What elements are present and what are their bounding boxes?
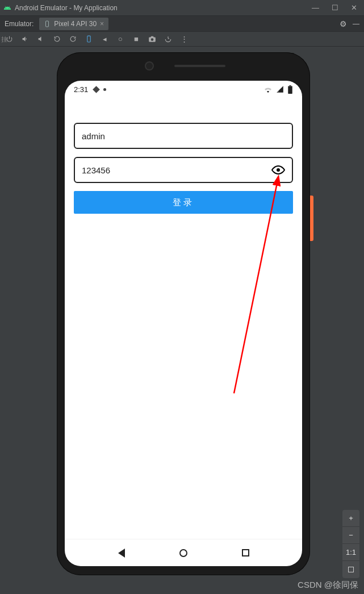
more-icon[interactable]: ⋮ bbox=[179, 35, 189, 44]
emulator-label: Emulator: bbox=[5, 20, 34, 28]
status-app-icon bbox=[93, 86, 100, 93]
watermark: CSDN @徐同保 bbox=[298, 580, 358, 591]
minimize-button[interactable]: — bbox=[312, 3, 319, 12]
control-toolbar: ◂ ○ ■ ⋮ bbox=[0, 32, 364, 47]
nav-home-icon[interactable] bbox=[178, 548, 189, 558]
zoom-actual-icon[interactable] bbox=[342, 561, 359, 578]
emulator-tab[interactable]: Pixel 4 API 30 × bbox=[39, 18, 108, 30]
zoom-fit-button[interactable]: 1:1 bbox=[342, 544, 359, 561]
device-frame: 2:31 × bbox=[57, 52, 310, 575]
signal-icon: × bbox=[276, 86, 284, 93]
zoom-out-button[interactable]: − bbox=[342, 527, 359, 544]
login-button[interactable]: 登录 bbox=[74, 191, 293, 214]
battery-icon bbox=[287, 85, 293, 94]
device-frame-icon[interactable] bbox=[84, 35, 93, 44]
close-button[interactable]: ✕ bbox=[351, 3, 357, 12]
nav-back-icon[interactable] bbox=[116, 548, 127, 558]
overview-icon[interactable]: ■ bbox=[132, 35, 141, 44]
window-title: Android Emulator - My Application bbox=[15, 4, 312, 12]
android-logo-icon bbox=[3, 4, 11, 12]
login-form: 登录 bbox=[65, 98, 302, 214]
emulator-tab-label: Pixel 4 API 30 bbox=[54, 20, 97, 28]
home-icon[interactable]: ○ bbox=[116, 35, 125, 44]
eye-icon[interactable] bbox=[271, 163, 285, 177]
volume-down-icon[interactable] bbox=[36, 35, 45, 44]
wifi-icon bbox=[263, 86, 273, 93]
status-dot-icon bbox=[103, 88, 106, 91]
username-field[interactable] bbox=[74, 123, 293, 149]
titlebar: Android Emulator - My Application — ☐ ✕ bbox=[0, 0, 364, 16]
close-tab-icon[interactable]: × bbox=[100, 20, 104, 28]
svg-rect-0 bbox=[46, 21, 49, 27]
nav-bar bbox=[65, 539, 302, 566]
zoom-in-button[interactable]: + bbox=[342, 510, 359, 527]
volume-up-icon[interactable] bbox=[20, 35, 30, 44]
svg-rect-1 bbox=[87, 36, 90, 42]
left-edge-label: 挂 bbox=[1, 35, 7, 44]
power-button-edge bbox=[310, 196, 313, 241]
emulator-toolbar: Emulator: Pixel 4 API 30 × ⚙ — bbox=[0, 16, 364, 32]
gear-icon[interactable]: ⚙ bbox=[340, 19, 347, 28]
rotate-left-icon[interactable] bbox=[52, 35, 61, 44]
device-icon bbox=[44, 20, 51, 27]
svg-point-5 bbox=[277, 168, 280, 172]
svg-text:×: × bbox=[277, 89, 279, 93]
rotate-right-icon[interactable] bbox=[68, 35, 77, 44]
maximize-button[interactable]: ☐ bbox=[332, 3, 338, 12]
status-bar: 2:31 × bbox=[65, 81, 302, 98]
screenshot-icon[interactable] bbox=[148, 35, 157, 44]
svg-rect-4 bbox=[290, 85, 291, 86]
status-time: 2:31 bbox=[74, 85, 88, 94]
svg-rect-8 bbox=[349, 567, 354, 572]
nav-recent-icon[interactable] bbox=[240, 548, 250, 558]
password-field[interactable] bbox=[74, 157, 293, 183]
password-input[interactable] bbox=[82, 165, 271, 175]
emulator-canvas: 2:31 × bbox=[0, 47, 364, 594]
window-controls: — ☐ ✕ bbox=[312, 3, 361, 12]
window: Android Emulator - My Application — ☐ ✕ … bbox=[0, 0, 364, 594]
svg-rect-3 bbox=[288, 86, 292, 94]
collapse-icon[interactable]: — bbox=[353, 20, 359, 28]
username-input[interactable] bbox=[82, 131, 285, 141]
back-icon[interactable]: ◂ bbox=[100, 35, 109, 44]
record-icon[interactable] bbox=[164, 35, 173, 44]
zoom-panel: + − 1:1 bbox=[342, 510, 359, 578]
device-screen[interactable]: 2:31 × bbox=[65, 81, 302, 566]
login-button-label: 登录 bbox=[173, 197, 194, 208]
